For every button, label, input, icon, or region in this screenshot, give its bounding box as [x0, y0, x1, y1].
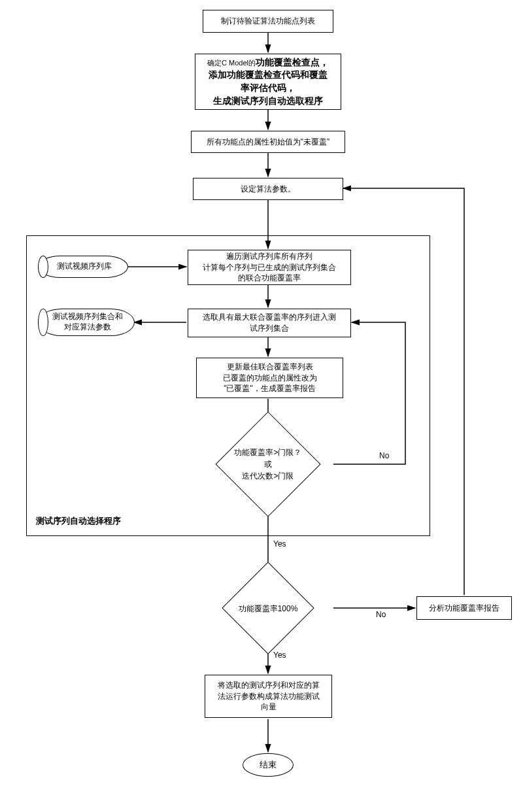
node-n8: 分析功能覆盖率报告 — [416, 596, 512, 620]
n3-text: 所有功能点的属性初始值为"未覆盖" — [207, 137, 330, 148]
n2-l2a: 添加功能覆盖检查代码和覆盖 — [209, 69, 328, 80]
n9-text: 将选取的测试序列和对应的算 法运行参数构成算法功能测试 向量 — [218, 680, 320, 713]
node-n3: 所有功能点的属性初始值为"未覆盖" — [191, 131, 345, 153]
n5-l2: 计算每个序列与已生成的测试序列集合 — [203, 263, 336, 272]
ds1-text: 测试视频序列库 — [57, 262, 112, 272]
n2-l1a: 确定C Model的 — [207, 59, 256, 67]
n7-l3: "已覆盖"，生成覆盖率报告 — [224, 384, 316, 393]
n1-text: 制订待验证算法功能点列表 — [221, 16, 315, 27]
node-n4: 设定算法参数。 — [193, 178, 343, 200]
node-n6: 选取具有最大联合覆盖率的序列进入测 试序列集合 — [188, 309, 351, 337]
node-n9: 将选取的测试序列和对应的算 法运行参数构成算法功能测试 向量 — [205, 675, 332, 718]
n2-l2b: 率评估代码， — [241, 82, 295, 93]
ds2-l2: 对应算法参数 — [64, 322, 111, 331]
n2-l3: 生成测试序列自动选取程序 — [213, 95, 323, 106]
ds2-l1: 测试视频序列集合和 — [52, 312, 123, 321]
end-text: 结束 — [260, 759, 277, 771]
n5-l3: 的联合功能覆盖率 — [238, 273, 301, 282]
n4-text: 设定算法参数。 — [241, 184, 295, 195]
group-label: 测试序列自动选择程序 — [36, 515, 121, 527]
n7-l1: 更新最佳联合覆盖率列表 — [227, 362, 313, 371]
n6-l2: 试序列集合 — [250, 324, 289, 333]
node-n7: 更新最佳联合覆盖率列表 已覆盖的功能点的属性改为 "已覆盖"，生成覆盖率报告 — [196, 358, 343, 398]
n8-text: 分析功能覆盖率报告 — [429, 603, 499, 614]
ds2-text: 测试视频序列集合和 对应算法参数 — [52, 312, 123, 332]
node-n2: 确定C Model的功能覆盖检查点， 添加功能覆盖检查代码和覆盖 率评估代码， … — [195, 54, 341, 110]
label-d2-no: No — [376, 610, 386, 619]
n5-text: 遍历测试序列库所有序列 计算每个序列与已生成的测试序列集合 的联合功能覆盖率 — [203, 251, 336, 284]
label-d1-yes: Yes — [273, 539, 286, 549]
n5-l1: 遍历测试序列库所有序列 — [226, 252, 312, 261]
n2-l1b: 功能覆盖检查点， — [256, 57, 329, 67]
terminal-end: 结束 — [243, 753, 294, 777]
n2-text: 确定C Model的功能覆盖检查点， 添加功能覆盖检查代码和覆盖 率评估代码， … — [207, 56, 329, 107]
node-n5: 遍历测试序列库所有序列 计算每个序列与已生成的测试序列集合 的联合功能覆盖率 — [188, 250, 351, 285]
n9-l1: 将选取的测试序列和对应的算 — [218, 681, 320, 690]
n7-l2: 已覆盖的功能点的属性改为 — [223, 373, 317, 382]
label-d2-yes: Yes — [273, 651, 286, 660]
decision-d2 — [222, 562, 314, 654]
n9-l2: 法运行参数构成算法功能测试 — [218, 692, 320, 701]
n9-l3: 向量 — [261, 702, 277, 711]
n6-l1: 选取具有最大联合覆盖率的序列进入测 — [203, 313, 336, 322]
datastore-seq-lib: 测试视频序列库 — [38, 256, 128, 278]
flowchart: 测试序列自动选择程序 制订待验证算法功能点列表 确定C Model的功能覆盖检查… — [7, 7, 516, 805]
node-n1: 制订待验证算法功能点列表 — [203, 10, 333, 33]
n7-text: 更新最佳联合覆盖率列表 已覆盖的功能点的属性改为 "已覆盖"，生成覆盖率报告 — [223, 362, 317, 394]
n6-text: 选取具有最大联合覆盖率的序列进入测 试序列集合 — [203, 312, 336, 334]
label-d1-no: No — [379, 451, 389, 460]
datastore-seq-set: 测试视频序列集合和 对应算法参数 — [38, 309, 135, 336]
